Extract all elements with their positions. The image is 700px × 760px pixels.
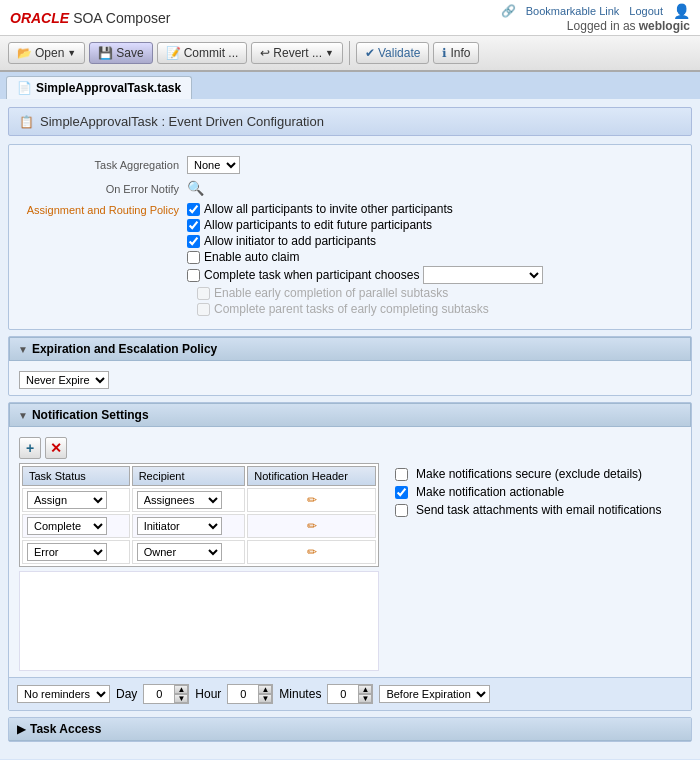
status-select-3[interactable]: Error — [27, 543, 107, 561]
header-cell-3: ✏ — [247, 540, 376, 564]
edit-icon-3[interactable]: ✏ — [307, 545, 317, 559]
bookmarkable-link[interactable]: Bookmarkable Link — [526, 5, 620, 17]
tab-bar: 📄 SimpleApprovalTask.task — [0, 72, 700, 99]
checkbox-edit-future-input[interactable] — [187, 219, 200, 232]
open-button[interactable]: 📂 Open ▼ — [8, 42, 85, 64]
delete-icon: ✕ — [50, 440, 62, 456]
assignment-policy-label: Assignment and Routing Policy — [17, 202, 187, 216]
checkbox-add-participants-label: Allow initiator to add participants — [204, 234, 376, 248]
assignment-policy-row: Assignment and Routing Policy Allow all … — [9, 199, 691, 321]
task-access-header[interactable]: ▶ Task Access — [9, 718, 691, 741]
edit-icon-1[interactable]: ✏ — [307, 493, 317, 507]
task-aggregation-control: None — [187, 156, 683, 174]
status-cell-1: Assign — [22, 488, 130, 512]
minutes-input[interactable] — [328, 687, 358, 701]
complete-when-select[interactable] — [423, 266, 543, 284]
hour-input[interactable] — [228, 687, 258, 701]
table-row: Assign Assignees ✏ — [22, 488, 376, 512]
checkbox-auto-claim: Enable auto claim — [187, 250, 683, 264]
col-task-status: Task Status — [22, 466, 130, 486]
reminder-select[interactable]: No reminders — [17, 685, 110, 703]
logged-in-text: Logged in as weblogic — [567, 19, 690, 33]
hour-spinner-btns: ▲ ▼ — [258, 685, 272, 703]
notification-content: + ✕ Task Status Recipient Notification H… — [9, 431, 691, 677]
task-aggregation-select[interactable]: None — [187, 156, 240, 174]
status-select-1[interactable]: Assign — [27, 491, 107, 509]
on-error-notify-row: On Error Notify 🔍 — [9, 177, 691, 199]
revert-button[interactable]: ↩ Revert ... ▼ — [251, 42, 343, 64]
status-cell-2: Complete — [22, 514, 130, 538]
notif-layout: + ✕ Task Status Recipient Notification H… — [19, 437, 681, 671]
recipient-cell-2: Initiator — [132, 514, 246, 538]
notif-checkbox-attachments-input[interactable] — [395, 504, 408, 517]
checkbox-add-participants: Allow initiator to add participants — [187, 234, 683, 248]
status-select-2[interactable]: Complete — [27, 517, 107, 535]
day-label: Day — [116, 687, 137, 701]
task-aggregation-label: Task Aggregation — [17, 156, 187, 171]
hour-down-button[interactable]: ▼ — [258, 694, 272, 703]
logo: ORACLE SOA Composer — [10, 10, 170, 26]
checkbox-complete-when: Complete task when participant chooses — [187, 266, 683, 284]
user-icon: 👤 — [673, 3, 690, 19]
notification-header[interactable]: ▼ Notification Settings — [9, 403, 691, 427]
hour-spinbox: ▲ ▼ — [227, 684, 273, 704]
revert-dropdown-arrow: ▼ — [325, 48, 334, 58]
info-icon: ℹ — [442, 46, 447, 60]
edit-icon-2[interactable]: ✏ — [307, 519, 317, 533]
revert-icon: ↩ — [260, 46, 270, 60]
info-button[interactable]: ℹ Info — [433, 42, 479, 64]
notification-section: ▼ Notification Settings + ✕ — [8, 402, 692, 711]
main-content: 📋 SimpleApprovalTask : Event Driven Conf… — [0, 99, 700, 759]
checkbox-complete-when-label: Complete task when participant chooses — [204, 268, 419, 282]
page-title-bar: 📋 SimpleApprovalTask : Event Driven Conf… — [8, 107, 692, 136]
tab-label: SimpleApprovalTask.task — [36, 81, 181, 95]
table-empty-space — [19, 571, 379, 671]
notif-checkbox-secure-input[interactable] — [395, 468, 408, 481]
notif-checkbox-attachments: Send task attachments with email notific… — [395, 503, 661, 517]
validate-button[interactable]: ✔ Validate — [356, 42, 429, 64]
chain-icon: 🔗 — [501, 4, 516, 18]
status-cell-3: Error — [22, 540, 130, 564]
commit-button[interactable]: 📝 Commit ... — [157, 42, 248, 64]
task-aggregation-row: Task Aggregation None — [9, 153, 691, 177]
task-access-section: ▶ Task Access — [8, 717, 692, 742]
delete-row-button[interactable]: ✕ — [45, 437, 67, 459]
checkbox-auto-claim-input[interactable] — [187, 251, 200, 264]
checkbox-add-participants-input[interactable] — [187, 235, 200, 248]
recipient-cell-1: Assignees — [132, 488, 246, 512]
notif-checkboxes: Make notifications secure (exclude detai… — [395, 437, 661, 671]
notif-table-area: + ✕ Task Status Recipient Notification H… — [19, 437, 379, 671]
minutes-down-button[interactable]: ▼ — [358, 694, 372, 703]
expiration-select[interactable]: Never Expire — [19, 371, 109, 389]
checkbox-early-completion: Enable early completion of parallel subt… — [187, 286, 683, 300]
checkbox-complete-when-input[interactable] — [187, 269, 200, 282]
minutes-spinbox: ▲ ▼ — [327, 684, 373, 704]
add-row-button[interactable]: + — [19, 437, 41, 459]
day-input[interactable] — [144, 687, 174, 701]
expiration-label: Expiration and Escalation Policy — [32, 342, 217, 356]
tab-simpletask[interactable]: 📄 SimpleApprovalTask.task — [6, 76, 192, 99]
notif-checkbox-attachments-label: Send task attachments with email notific… — [416, 503, 661, 517]
toolbar-separator — [349, 41, 350, 65]
checkbox-invite-input[interactable] — [187, 203, 200, 216]
recipient-select-3[interactable]: Owner — [137, 543, 222, 561]
col-notif-header: Notification Header — [247, 466, 376, 486]
notif-checkbox-actionable-label: Make notification actionable — [416, 485, 564, 499]
notif-checkbox-actionable: Make notification actionable — [395, 485, 661, 499]
recipient-select-2[interactable]: Initiator — [137, 517, 222, 535]
assignment-policy-control: Allow all participants to invite other p… — [187, 202, 683, 318]
save-button[interactable]: 💾 Save — [89, 42, 152, 64]
search-icon[interactable]: 🔍 — [187, 180, 204, 196]
recipient-select-1[interactable]: Assignees — [137, 491, 222, 509]
day-up-button[interactable]: ▲ — [174, 685, 188, 694]
page-title: SimpleApprovalTask : Event Driven Config… — [40, 114, 324, 129]
logout-link[interactable]: Logout — [629, 5, 663, 17]
before-expiration-select[interactable]: Before Expiration — [379, 685, 490, 703]
expiration-header[interactable]: ▼ Expiration and Escalation Policy — [9, 337, 691, 361]
hour-up-button[interactable]: ▲ — [258, 685, 272, 694]
header-right: 🔗 Bookmarkable Link Logout 👤 Logged in a… — [501, 3, 690, 33]
day-down-button[interactable]: ▼ — [174, 694, 188, 703]
notif-checkbox-actionable-input[interactable] — [395, 486, 408, 499]
minutes-up-button[interactable]: ▲ — [358, 685, 372, 694]
commit-icon: 📝 — [166, 46, 181, 60]
